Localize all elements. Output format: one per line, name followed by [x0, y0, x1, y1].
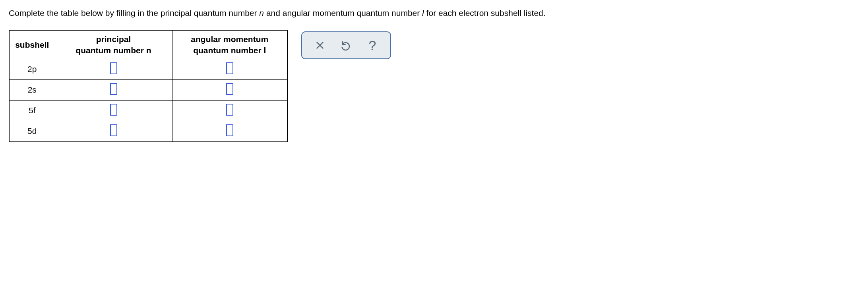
help-icon: ? [369, 39, 376, 52]
angular-input-5f[interactable] [226, 104, 233, 116]
header-principal-var: n [146, 46, 151, 55]
header-angular-var: l [264, 46, 266, 55]
subshell-cell: 2s [9, 79, 55, 100]
angular-input-cell [172, 79, 287, 100]
principal-input-5d[interactable] [110, 124, 117, 136]
question-suffix: for each electron subshell listed. [424, 8, 546, 17]
angular-input-5d[interactable] [226, 124, 233, 136]
undo-icon [341, 40, 352, 51]
principal-input-cell [55, 79, 172, 100]
close-icon [314, 40, 326, 51]
header-principal: principal quantum number n [55, 30, 172, 59]
subshell-cell: 5f [9, 100, 55, 121]
question-prefix: Complete the table below by filling in t… [9, 8, 259, 17]
principal-input-cell [55, 121, 172, 142]
quantum-table: subshell principal quantum number n angu… [9, 30, 288, 142]
toolbar: ? [301, 31, 391, 59]
help-button[interactable]: ? [365, 38, 380, 53]
table-row: 5d [9, 121, 287, 142]
clear-button[interactable] [312, 38, 327, 53]
table-row: 2p [9, 59, 287, 79]
question-text: Complete the table below by filling in t… [9, 7, 859, 19]
principal-input-cell [55, 100, 172, 121]
subshell-cell: 5d [9, 121, 55, 142]
table-header-row: subshell principal quantum number n angu… [9, 30, 287, 59]
reset-button[interactable] [339, 38, 354, 53]
header-angular-line2-pre: quantum number [193, 46, 264, 55]
header-angular-line1: angular momentum [191, 35, 268, 44]
question-var-n: n [259, 8, 264, 17]
header-subshell: subshell [9, 30, 55, 59]
principal-input-cell [55, 59, 172, 79]
angular-input-cell [172, 59, 287, 79]
header-angular: angular momentum quantum number l [172, 30, 287, 59]
angular-input-2p[interactable] [226, 62, 233, 74]
subshell-cell: 2p [9, 59, 55, 79]
table-row: 2s [9, 79, 287, 100]
question-mid: and angular momentum quantum number [264, 8, 422, 17]
table-row: 5f [9, 100, 287, 121]
angular-input-2s[interactable] [226, 83, 233, 95]
principal-input-2s[interactable] [110, 83, 117, 95]
angular-input-cell [172, 121, 287, 142]
principal-input-2p[interactable] [110, 62, 117, 74]
header-principal-line1: principal [96, 35, 131, 44]
angular-input-cell [172, 100, 287, 121]
header-principal-line2-pre: quantum number [76, 46, 146, 55]
principal-input-5f[interactable] [110, 104, 117, 116]
